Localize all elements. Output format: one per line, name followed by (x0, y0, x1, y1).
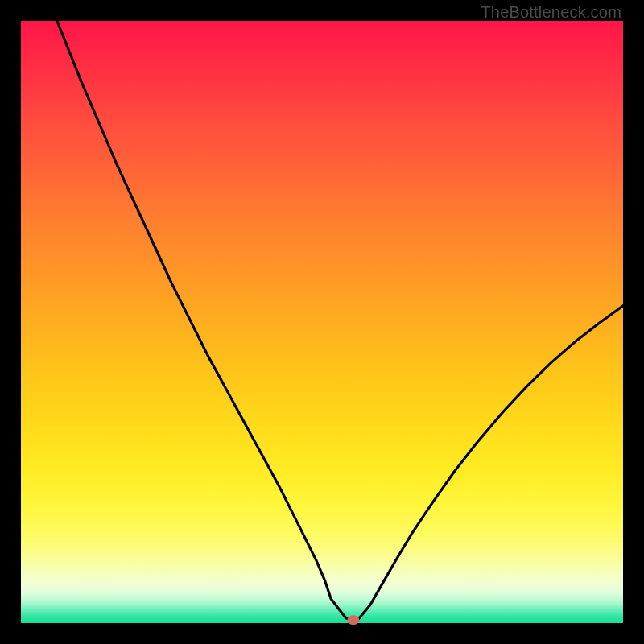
attribution-text: TheBottleneck.com (481, 3, 621, 22)
plot-area (21, 21, 623, 623)
marker-dot (347, 615, 359, 625)
chart-frame: TheBottleneck.com (0, 0, 644, 644)
chart-svg (21, 21, 623, 623)
curve-line (57, 21, 623, 620)
